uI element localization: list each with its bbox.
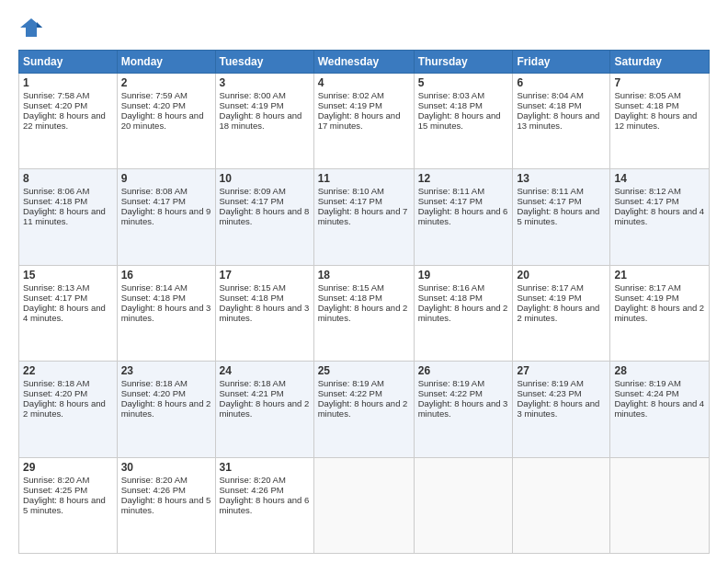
- sunrise-label: Sunrise: 8:12 AM: [614, 186, 680, 196]
- day-number: 1: [23, 76, 113, 89]
- calendar-cell: 10Sunrise: 8:09 AMSunset: 4:17 PMDayligh…: [215, 169, 313, 265]
- day-number: 24: [220, 364, 310, 377]
- calendar-cell: [414, 457, 513, 553]
- calendar-cell: 27Sunrise: 8:19 AMSunset: 4:23 PMDayligh…: [513, 362, 610, 457]
- daylight-label: Daylight: 8 hours and 5 minutes.: [121, 495, 211, 515]
- calendar-cell: 2Sunrise: 7:59 AMSunset: 4:20 PMDaylight…: [117, 74, 215, 169]
- sunrise-label: Sunrise: 8:08 AM: [121, 186, 188, 196]
- day-number: 3: [220, 76, 310, 89]
- calendar-cell: 30Sunrise: 8:20 AMSunset: 4:26 PMDayligh…: [117, 457, 215, 553]
- calendar-cell: 18Sunrise: 8:15 AMSunset: 4:18 PMDayligh…: [313, 265, 414, 361]
- daylight-label: Daylight: 8 hours and 5 minutes.: [517, 206, 599, 226]
- day-number: 10: [220, 172, 310, 185]
- sunset-label: Sunset: 4:20 PM: [121, 100, 186, 110]
- sunrise-label: Sunrise: 8:19 AM: [418, 378, 484, 388]
- sunset-label: Sunset: 4:17 PM: [220, 196, 284, 206]
- sunrise-label: Sunrise: 8:18 AM: [23, 378, 89, 388]
- day-number: 25: [318, 364, 410, 377]
- day-number: 29: [23, 461, 113, 474]
- day-header-saturday: Saturday: [610, 51, 710, 74]
- sunrise-label: Sunrise: 8:18 AM: [121, 378, 188, 388]
- sunset-label: Sunset: 4:18 PM: [220, 293, 284, 303]
- sunrise-label: Sunrise: 8:16 AM: [418, 282, 484, 293]
- sunset-label: Sunset: 4:20 PM: [23, 388, 87, 398]
- day-number: 11: [318, 172, 410, 185]
- sunset-label: Sunset: 4:18 PM: [121, 293, 186, 303]
- daylight-label: Daylight: 8 hours and 20 minutes.: [121, 110, 204, 131]
- day-number: 20: [517, 269, 606, 282]
- calendar-cell: 14Sunrise: 8:12 AMSunset: 4:17 PMDayligh…: [610, 169, 710, 265]
- logo: [18, 15, 46, 40]
- calendar-cell: [610, 457, 710, 553]
- sunset-label: Sunset: 4:25 PM: [23, 485, 87, 495]
- calendar-cell: 8Sunrise: 8:06 AMSunset: 4:18 PMDaylight…: [19, 169, 118, 265]
- day-number: 18: [318, 269, 410, 282]
- sunrise-label: Sunrise: 8:17 AM: [614, 282, 680, 293]
- sunset-label: Sunset: 4:17 PM: [121, 196, 186, 206]
- sunset-label: Sunset: 4:19 PM: [614, 293, 678, 303]
- sunset-label: Sunset: 4:19 PM: [220, 100, 284, 110]
- daylight-label: Daylight: 8 hours and 13 minutes.: [517, 110, 599, 131]
- sunrise-label: Sunrise: 8:13 AM: [23, 282, 89, 293]
- sunset-label: Sunset: 4:17 PM: [517, 196, 581, 206]
- sunrise-label: Sunrise: 8:03 AM: [418, 90, 484, 100]
- sunrise-label: Sunrise: 8:19 AM: [318, 378, 384, 388]
- sunset-label: Sunset: 4:17 PM: [418, 196, 483, 206]
- daylight-label: Daylight: 8 hours and 4 minutes.: [614, 206, 704, 226]
- sunset-label: Sunset: 4:26 PM: [121, 485, 186, 495]
- daylight-label: Daylight: 8 hours and 6 minutes.: [220, 495, 310, 515]
- calendar-cell: [313, 457, 414, 553]
- calendar-week-3: 15Sunrise: 8:13 AMSunset: 4:17 PMDayligh…: [19, 265, 710, 361]
- daylight-label: Daylight: 8 hours and 4 minutes.: [23, 303, 106, 323]
- calendar-cell: 17Sunrise: 8:15 AMSunset: 4:18 PMDayligh…: [215, 265, 313, 361]
- day-number: 12: [418, 172, 509, 185]
- day-header-friday: Friday: [513, 51, 610, 74]
- daylight-label: Daylight: 8 hours and 5 minutes.: [23, 495, 106, 515]
- day-number: 19: [418, 269, 509, 282]
- calendar-cell: 23Sunrise: 8:18 AMSunset: 4:20 PMDayligh…: [117, 362, 215, 457]
- sunrise-label: Sunrise: 8:15 AM: [318, 282, 384, 293]
- daylight-label: Daylight: 8 hours and 2 minutes.: [23, 398, 106, 419]
- daylight-label: Daylight: 8 hours and 2 minutes.: [517, 303, 599, 323]
- day-number: 2: [121, 76, 211, 89]
- day-number: 14: [614, 172, 705, 185]
- calendar-cell: 21Sunrise: 8:17 AMSunset: 4:19 PMDayligh…: [610, 265, 710, 361]
- calendar-week-4: 22Sunrise: 8:18 AMSunset: 4:20 PMDayligh…: [19, 362, 710, 457]
- daylight-label: Daylight: 8 hours and 3 minutes.: [220, 303, 310, 323]
- sunrise-label: Sunrise: 8:09 AM: [220, 186, 286, 196]
- sunrise-label: Sunrise: 8:11 AM: [418, 186, 484, 196]
- sunrise-label: Sunrise: 8:19 AM: [517, 378, 583, 388]
- calendar-cell: 7Sunrise: 8:05 AMSunset: 4:18 PMDaylight…: [610, 74, 710, 169]
- calendar-cell: 29Sunrise: 8:20 AMSunset: 4:25 PMDayligh…: [19, 457, 118, 553]
- sunset-label: Sunset: 4:23 PM: [517, 388, 581, 398]
- sunset-label: Sunset: 4:18 PM: [23, 196, 87, 206]
- calendar-cell: 4Sunrise: 8:02 AMSunset: 4:19 PMDaylight…: [313, 74, 414, 169]
- day-number: 13: [517, 172, 606, 185]
- calendar-cell: 13Sunrise: 8:11 AMSunset: 4:17 PMDayligh…: [513, 169, 610, 265]
- day-header-wednesday: Wednesday: [313, 51, 414, 74]
- daylight-label: Daylight: 8 hours and 2 minutes.: [318, 398, 408, 419]
- daylight-label: Daylight: 8 hours and 2 minutes.: [318, 303, 408, 323]
- daylight-label: Daylight: 8 hours and 9 minutes.: [121, 206, 211, 226]
- calendar-week-5: 29Sunrise: 8:20 AMSunset: 4:25 PMDayligh…: [19, 457, 710, 553]
- sunset-label: Sunset: 4:22 PM: [318, 388, 382, 398]
- sunset-label: Sunset: 4:18 PM: [418, 100, 483, 110]
- calendar-cell: [513, 457, 610, 553]
- sunset-label: Sunset: 4:22 PM: [418, 388, 483, 398]
- daylight-label: Daylight: 8 hours and 2 minutes.: [418, 303, 508, 323]
- calendar-cell: 24Sunrise: 8:18 AMSunset: 4:21 PMDayligh…: [215, 362, 313, 457]
- page-header: [18, 15, 710, 40]
- sunrise-label: Sunrise: 8:11 AM: [517, 186, 583, 196]
- sunrise-label: Sunrise: 8:17 AM: [517, 282, 583, 293]
- calendar-cell: 20Sunrise: 8:17 AMSunset: 4:19 PMDayligh…: [513, 265, 610, 361]
- calendar-cell: 1Sunrise: 7:58 AMSunset: 4:20 PMDaylight…: [19, 74, 118, 169]
- calendar-cell: 12Sunrise: 8:11 AMSunset: 4:17 PMDayligh…: [414, 169, 513, 265]
- daylight-label: Daylight: 8 hours and 18 minutes.: [220, 110, 302, 131]
- sunset-label: Sunset: 4:18 PM: [418, 293, 483, 303]
- daylight-label: Daylight: 8 hours and 2 minutes.: [220, 398, 310, 419]
- calendar-cell: 5Sunrise: 8:03 AMSunset: 4:18 PMDaylight…: [414, 74, 513, 169]
- sunrise-label: Sunrise: 8:18 AM: [220, 378, 286, 388]
- day-number: 6: [517, 76, 606, 89]
- calendar-week-2: 8Sunrise: 8:06 AMSunset: 4:18 PMDaylight…: [19, 169, 710, 265]
- day-header-monday: Monday: [117, 51, 215, 74]
